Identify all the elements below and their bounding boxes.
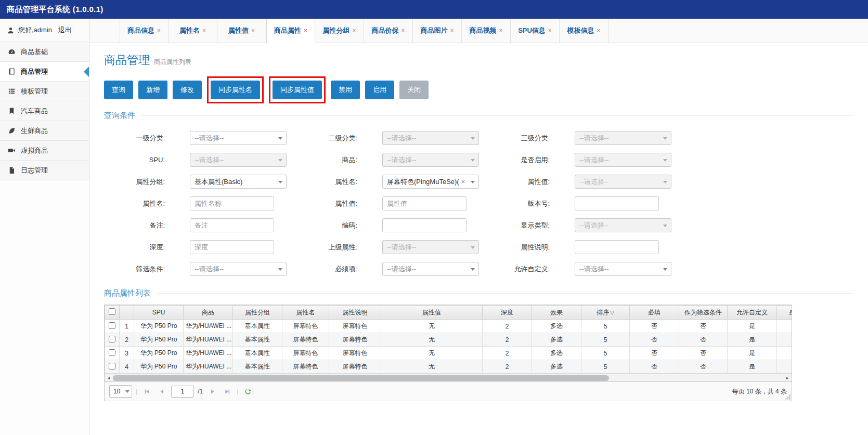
tab-8[interactable]: SPU信息×	[511, 19, 560, 43]
cell: 否	[630, 333, 679, 347]
select-all-checkbox[interactable]	[109, 308, 115, 315]
tab-1[interactable]: 属性名×	[169, 19, 217, 43]
page-summary: 每页 10 条，共 4 条	[732, 387, 787, 396]
row-checkbox[interactable]	[109, 349, 115, 356]
field-input[interactable]	[382, 196, 467, 210]
toolbar: 查询新增修改同步属性名同步属性值禁用启用关闭	[104, 76, 853, 103]
top-bar: 商品管理平台系统 (1.0.0.1)	[0, 0, 868, 19]
cell: 启用	[777, 320, 793, 333]
toolbar-button-1[interactable]: 新增	[138, 81, 167, 99]
toolbar-button-5[interactable]: 禁用	[331, 81, 360, 99]
field-select[interactable]: --请选择--	[382, 153, 479, 167]
toolbar-button-3[interactable]: 同步属性名	[211, 81, 260, 99]
page-size-select[interactable]: 10	[109, 385, 132, 398]
select-value: --请选择--	[387, 155, 416, 165]
chevron-down-icon	[663, 181, 667, 183]
toolbar-button-7[interactable]: 关闭	[399, 81, 429, 99]
close-icon[interactable]: ×	[499, 28, 502, 34]
select-value: --请选择--	[195, 155, 224, 165]
cell: 多选	[532, 333, 581, 347]
field-select[interactable]: --请选择--	[575, 262, 671, 276]
toolbar-button-0[interactable]: 查询	[104, 81, 133, 99]
tab-7[interactable]: 商品视频×	[462, 19, 511, 43]
close-icon[interactable]: ×	[352, 28, 356, 34]
scrollbar-track[interactable]	[113, 374, 783, 382]
field-input[interactable]	[190, 240, 274, 254]
row-checkbox[interactable]	[109, 363, 115, 370]
table-row[interactable]: 3华为 P50 Pro华为/HUAWEI ...基本属性屏幕特色屏幕特色无2多选…	[105, 347, 793, 360]
sidebar-item-5[interactable]: 虚拟商品	[0, 141, 89, 161]
row-checkbox[interactable]	[109, 336, 115, 342]
query-field: 版本号:	[489, 196, 681, 210]
close-icon[interactable]: ×	[202, 28, 206, 34]
close-icon[interactable]: ×	[401, 28, 405, 34]
table-row[interactable]: 2华为 P50 Pro华为/HUAWEI ...基本属性屏幕特色屏幕特色无2多选…	[105, 333, 793, 347]
scroll-right-icon[interactable]: ▸	[783, 374, 792, 382]
sidebar-item-3[interactable]: 汽车商品	[0, 101, 89, 121]
sidebar-item-1[interactable]: 商品管理	[0, 62, 89, 82]
field-select[interactable]: --请选择--	[382, 240, 479, 254]
close-icon[interactable]: ×	[450, 28, 454, 34]
field-input[interactable]	[190, 196, 274, 210]
field-select[interactable]: 屏幕特色(PingMuTeSe)(...×	[382, 175, 479, 189]
tab-5[interactable]: 商品价保×	[364, 19, 413, 43]
field-select[interactable]: --请选择--	[190, 262, 287, 276]
column-header-10: 排序▽	[581, 306, 630, 320]
sidebar-item-2[interactable]: 模板管理	[0, 82, 89, 101]
toolbar-button-2[interactable]: 修改	[173, 81, 202, 99]
field-select[interactable]: --请选择--	[575, 153, 671, 167]
row-checkbox[interactable]	[109, 322, 115, 329]
close-icon[interactable]: ×	[157, 28, 161, 34]
close-icon[interactable]: ×	[597, 28, 600, 34]
close-icon[interactable]: ×	[304, 28, 307, 34]
close-icon[interactable]: ×	[548, 28, 552, 34]
tab-label: 属性分组	[322, 26, 349, 35]
field-input[interactable]	[190, 218, 274, 232]
tab-4[interactable]: 属性分组×	[315, 19, 364, 43]
tab-2[interactable]: 属性值×	[217, 19, 266, 43]
horizontal-scrollbar[interactable]: ◂ ▸	[104, 374, 792, 382]
toolbar-button-4[interactable]: 同步属性值	[273, 81, 322, 99]
remove-tag-icon[interactable]: ×	[461, 178, 465, 186]
table-row[interactable]: 1华为 P50 Pro华为/HUAWEI ...基本属性屏幕特色屏幕特色无2多选…	[105, 320, 793, 333]
field-select[interactable]: --请选择--	[575, 175, 671, 189]
scroll-left-icon[interactable]: ◂	[105, 374, 113, 382]
field-select[interactable]: 基本属性(Basic)	[190, 175, 287, 189]
field-select[interactable]: --请选择--	[190, 131, 287, 145]
sidebar-item-0[interactable]: 商品基础	[0, 42, 89, 62]
page-number-input[interactable]	[171, 386, 194, 398]
field-input[interactable]	[382, 218, 467, 232]
row-number: 4	[120, 360, 134, 374]
tab-3[interactable]: 商品属性×	[266, 19, 315, 43]
tab-6[interactable]: 商品图片×	[413, 19, 462, 43]
field-input[interactable]	[575, 240, 659, 254]
logout-link[interactable]: 退出	[58, 25, 72, 35]
cell: 华为 P50 Pro	[134, 360, 184, 374]
cell: 华为/HUAWEI ...	[184, 347, 233, 360]
close-icon[interactable]: ×	[251, 28, 255, 34]
sidebar-item-6[interactable]: 日志管理	[0, 161, 89, 180]
field-input[interactable]	[575, 196, 659, 210]
table-row[interactable]: 4华为 P50 Pro华为/HUAWEI ...基本属性屏幕特色屏幕特色无2多选…	[105, 360, 793, 374]
scrollbar-thumb[interactable]	[113, 375, 609, 381]
first-page-button[interactable]	[141, 386, 152, 397]
tab-0[interactable]: 商品信息×	[120, 19, 169, 43]
toolbar-button-6[interactable]: 启用	[365, 81, 394, 99]
column-label: SPU	[152, 309, 165, 316]
list-section-header: 商品属性列表	[104, 288, 853, 298]
tab-9[interactable]: 模板信息×	[560, 19, 608, 43]
field-select[interactable]: --请选择--	[382, 262, 479, 276]
prev-page-button[interactable]	[156, 386, 167, 397]
cell: 屏幕特色	[329, 333, 381, 347]
field-select[interactable]: --请选择--	[190, 153, 287, 167]
field-select[interactable]: --请选择--	[575, 131, 671, 145]
refresh-button[interactable]	[242, 386, 253, 397]
field-label: 商品:	[296, 155, 357, 165]
last-page-button[interactable]	[222, 386, 233, 397]
next-page-button[interactable]	[206, 386, 218, 397]
field-select[interactable]: --请选择--	[382, 131, 479, 145]
field-select[interactable]: --请选择--	[575, 218, 671, 232]
header-row: SPU商品属性分组属性名属性说明属性值深度效果排序▽必填作为筛选条件允许自定义是…	[105, 306, 793, 320]
sidebar-item-4[interactable]: 生鲜商品	[0, 121, 89, 141]
column-header-14: 是否启用	[777, 306, 793, 320]
